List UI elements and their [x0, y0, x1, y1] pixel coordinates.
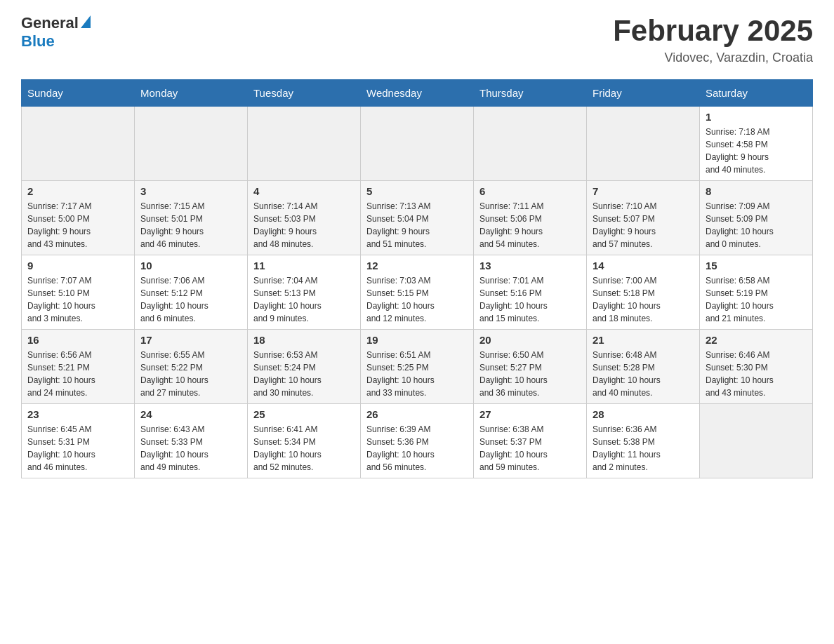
day-number: 15: [706, 260, 807, 271]
day-info: Sunrise: 7:14 AM Sunset: 5:03 PM Dayligh…: [253, 200, 355, 250]
day-info: Sunrise: 7:00 AM Sunset: 5:18 PM Dayligh…: [593, 274, 694, 325]
day-info: Sunrise: 7:15 AM Sunset: 5:01 PM Dayligh…: [140, 200, 241, 250]
day-info: Sunrise: 6:41 AM Sunset: 5:34 PM Dayligh…: [253, 423, 355, 474]
table-row: 12Sunrise: 7:03 AM Sunset: 5:15 PM Dayli…: [361, 255, 474, 330]
table-row: 25Sunrise: 6:41 AM Sunset: 5:34 PM Dayli…: [248, 404, 361, 478]
calendar-table: Sunday Monday Tuesday Wednesday Thursday…: [21, 79, 813, 478]
table-row: 9Sunrise: 7:07 AM Sunset: 5:10 PM Daylig…: [22, 255, 135, 330]
table-row: 19Sunrise: 6:51 AM Sunset: 5:25 PM Dayli…: [361, 330, 474, 404]
day-info: Sunrise: 7:13 AM Sunset: 5:04 PM Dayligh…: [366, 200, 468, 250]
day-info: Sunrise: 6:58 AM Sunset: 5:19 PM Dayligh…: [706, 274, 807, 325]
day-number: 1: [706, 111, 807, 123]
col-friday: Friday: [587, 80, 700, 107]
day-info: Sunrise: 7:06 AM Sunset: 5:12 PM Dayligh…: [140, 274, 241, 325]
day-info: Sunrise: 6:48 AM Sunset: 5:28 PM Dayligh…: [593, 349, 694, 399]
day-info: Sunrise: 6:45 AM Sunset: 5:31 PM Dayligh…: [27, 423, 128, 474]
table-row: 1Sunrise: 7:18 AM Sunset: 4:58 PM Daylig…: [700, 107, 813, 181]
table-row: 14Sunrise: 7:00 AM Sunset: 5:18 PM Dayli…: [587, 255, 700, 330]
table-row: 28Sunrise: 6:36 AM Sunset: 5:38 PM Dayli…: [587, 404, 700, 478]
day-number: 12: [366, 260, 468, 271]
day-info: Sunrise: 7:01 AM Sunset: 5:16 PM Dayligh…: [479, 274, 581, 325]
table-row: 27Sunrise: 6:38 AM Sunset: 5:37 PM Dayli…: [474, 404, 587, 478]
table-row: [22, 107, 135, 181]
day-number: 9: [27, 260, 128, 271]
day-number: 28: [593, 408, 694, 420]
day-info: Sunrise: 7:18 AM Sunset: 4:58 PM Dayligh…: [706, 126, 807, 176]
col-monday: Monday: [135, 80, 248, 107]
day-number: 22: [706, 334, 807, 346]
day-number: 7: [593, 185, 694, 197]
day-number: 25: [253, 408, 355, 420]
day-number: 21: [593, 334, 694, 346]
table-row: [474, 107, 587, 181]
logo-general-text: General: [21, 14, 79, 32]
table-row: 4Sunrise: 7:14 AM Sunset: 5:03 PM Daylig…: [248, 181, 361, 255]
day-number: 23: [27, 408, 128, 420]
day-number: 20: [479, 334, 581, 346]
col-sunday: Sunday: [22, 80, 135, 107]
logo: General Blue: [21, 14, 91, 51]
table-row: 5Sunrise: 7:13 AM Sunset: 5:04 PM Daylig…: [361, 181, 474, 255]
day-info: Sunrise: 6:46 AM Sunset: 5:30 PM Dayligh…: [706, 349, 807, 399]
day-info: Sunrise: 6:36 AM Sunset: 5:38 PM Dayligh…: [593, 423, 694, 474]
table-row: 2Sunrise: 7:17 AM Sunset: 5:00 PM Daylig…: [22, 181, 135, 255]
logo-blue-text: Blue: [21, 32, 55, 50]
day-info: Sunrise: 7:03 AM Sunset: 5:15 PM Dayligh…: [366, 274, 468, 325]
table-row: 22Sunrise: 6:46 AM Sunset: 5:30 PM Dayli…: [700, 330, 813, 404]
title-block: February 2025 Vidovec, Varazdin, Croatia: [613, 14, 813, 65]
table-row: [248, 107, 361, 181]
day-number: 24: [140, 408, 241, 420]
day-number: 6: [479, 185, 581, 197]
day-number: 14: [593, 260, 694, 271]
calendar-header-row: Sunday Monday Tuesday Wednesday Thursday…: [22, 80, 813, 107]
month-title: February 2025: [613, 14, 813, 48]
table-row: 13Sunrise: 7:01 AM Sunset: 5:16 PM Dayli…: [474, 255, 587, 330]
day-info: Sunrise: 7:04 AM Sunset: 5:13 PM Dayligh…: [253, 274, 355, 325]
col-tuesday: Tuesday: [248, 80, 361, 107]
table-row: 10Sunrise: 7:06 AM Sunset: 5:12 PM Dayli…: [135, 255, 248, 330]
day-info: Sunrise: 6:38 AM Sunset: 5:37 PM Dayligh…: [479, 423, 581, 474]
table-row: 15Sunrise: 6:58 AM Sunset: 5:19 PM Dayli…: [700, 255, 813, 330]
table-row: [135, 107, 248, 181]
day-info: Sunrise: 7:17 AM Sunset: 5:00 PM Dayligh…: [27, 200, 128, 250]
table-row: 11Sunrise: 7:04 AM Sunset: 5:13 PM Dayli…: [248, 255, 361, 330]
table-row: 20Sunrise: 6:50 AM Sunset: 5:27 PM Dayli…: [474, 330, 587, 404]
table-row: 23Sunrise: 6:45 AM Sunset: 5:31 PM Dayli…: [22, 404, 135, 478]
day-number: 17: [140, 334, 241, 346]
calendar-week-row: 23Sunrise: 6:45 AM Sunset: 5:31 PM Dayli…: [22, 404, 813, 478]
day-info: Sunrise: 7:07 AM Sunset: 5:10 PM Dayligh…: [27, 274, 128, 325]
day-number: 18: [253, 334, 355, 346]
calendar-week-row: 2Sunrise: 7:17 AM Sunset: 5:00 PM Daylig…: [22, 181, 813, 255]
day-info: Sunrise: 7:09 AM Sunset: 5:09 PM Dayligh…: [706, 200, 807, 250]
col-thursday: Thursday: [474, 80, 587, 107]
day-info: Sunrise: 6:51 AM Sunset: 5:25 PM Dayligh…: [366, 349, 468, 399]
location-text: Vidovec, Varazdin, Croatia: [613, 51, 813, 65]
table-row: 24Sunrise: 6:43 AM Sunset: 5:33 PM Dayli…: [135, 404, 248, 478]
table-row: 26Sunrise: 6:39 AM Sunset: 5:36 PM Dayli…: [361, 404, 474, 478]
page-header: General Blue February 2025 Vidovec, Vara…: [21, 14, 813, 65]
day-number: 16: [27, 334, 128, 346]
day-number: 5: [366, 185, 468, 197]
table-row: [700, 404, 813, 478]
day-number: 27: [479, 408, 581, 420]
logo-arrow-icon: [81, 15, 91, 28]
day-info: Sunrise: 6:43 AM Sunset: 5:33 PM Dayligh…: [140, 423, 241, 474]
col-wednesday: Wednesday: [361, 80, 474, 107]
calendar-week-row: 1Sunrise: 7:18 AM Sunset: 4:58 PM Daylig…: [22, 107, 813, 181]
day-number: 3: [140, 185, 241, 197]
day-number: 2: [27, 185, 128, 197]
table-row: 6Sunrise: 7:11 AM Sunset: 5:06 PM Daylig…: [474, 181, 587, 255]
table-row: 8Sunrise: 7:09 AM Sunset: 5:09 PM Daylig…: [700, 181, 813, 255]
table-row: 7Sunrise: 7:10 AM Sunset: 5:07 PM Daylig…: [587, 181, 700, 255]
table-row: 21Sunrise: 6:48 AM Sunset: 5:28 PM Dayli…: [587, 330, 700, 404]
day-info: Sunrise: 7:11 AM Sunset: 5:06 PM Dayligh…: [479, 200, 581, 250]
table-row: [587, 107, 700, 181]
table-row: 3Sunrise: 7:15 AM Sunset: 5:01 PM Daylig…: [135, 181, 248, 255]
day-number: 10: [140, 260, 241, 271]
table-row: 16Sunrise: 6:56 AM Sunset: 5:21 PM Dayli…: [22, 330, 135, 404]
day-number: 4: [253, 185, 355, 197]
day-info: Sunrise: 7:10 AM Sunset: 5:07 PM Dayligh…: [593, 200, 694, 250]
day-info: Sunrise: 6:39 AM Sunset: 5:36 PM Dayligh…: [366, 423, 468, 474]
day-info: Sunrise: 6:55 AM Sunset: 5:22 PM Dayligh…: [140, 349, 241, 399]
day-info: Sunrise: 6:50 AM Sunset: 5:27 PM Dayligh…: [479, 349, 581, 399]
